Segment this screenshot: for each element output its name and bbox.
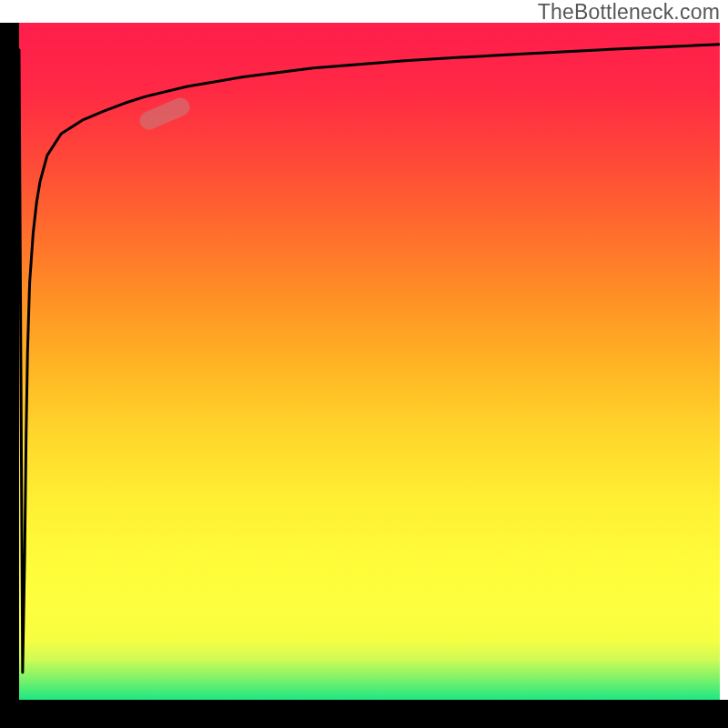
plot-gradient — [19, 23, 720, 700]
watermark-label: TheBottleneck.com — [538, 0, 720, 25]
chart-root: TheBottleneck.com — [0, 0, 728, 728]
axis-y — [0, 23, 19, 728]
axis-x — [0, 700, 728, 728]
